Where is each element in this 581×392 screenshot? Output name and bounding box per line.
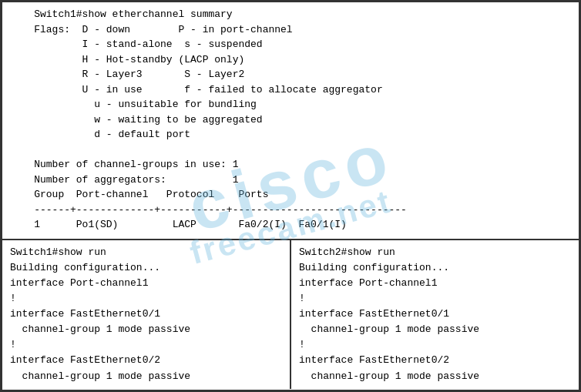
top-section: Switch1#show etherchannel summary Flags:… [2,2,579,240]
switch1-config: Switch1#show run Building configuration.… [2,240,291,389]
main-container: cisco freecam.net Switch1#show etherchan… [0,0,581,392]
bottom-section: Switch1#show run Building configuration.… [2,240,579,389]
switch2-config-output: Switch2#show run Building configuration.… [299,245,571,384]
etherchannel-summary-output: Switch1#show etherchannel summary Flags:… [10,7,571,233]
switch2-config: Switch2#show run Building configuration.… [291,240,579,389]
switch1-config-output: Switch1#show run Building configuration.… [10,245,282,384]
